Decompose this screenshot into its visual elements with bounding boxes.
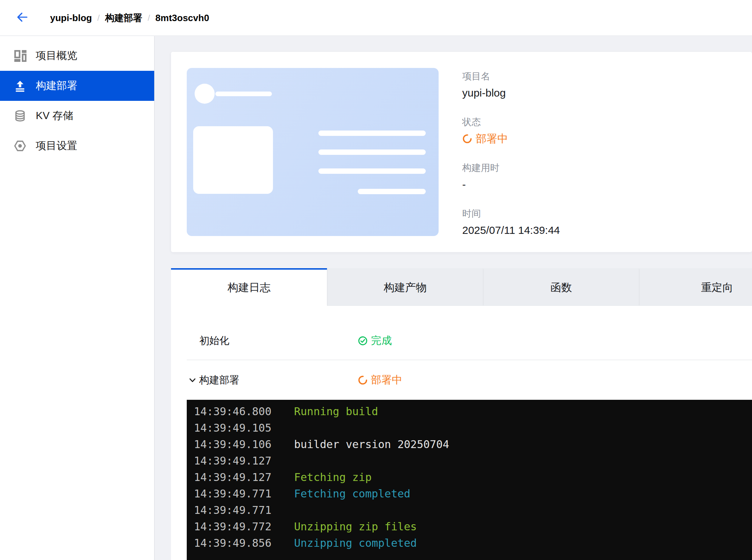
log-line: 14:39:46.800Running build	[194, 403, 752, 420]
log-timestamp: 14:39:49.771	[194, 486, 294, 502]
step-status-text: 部署中	[371, 373, 402, 387]
placeholder-avatar	[195, 84, 215, 104]
tab-build-log[interactable]: 构建日志	[171, 268, 327, 306]
log-line: 14:39:49.771Fetching completed	[194, 486, 752, 502]
field-label: 项目名	[462, 70, 560, 82]
breadcrumb-section[interactable]: 构建部署	[105, 12, 142, 24]
log-line: 14:39:49.105	[194, 420, 752, 436]
step-name: 初始化	[199, 333, 229, 349]
build-duration-value: -	[462, 177, 560, 192]
step-name: 构建部署	[199, 372, 239, 388]
build-step-deploy[interactable]: 构建部署 部署中	[171, 372, 752, 388]
log-message: Fetching completed	[294, 487, 410, 500]
log-timestamp: 14:39:49.771	[194, 502, 294, 519]
deployment-info-card: 项目名 yupi-blog 状态 部署中 构建用时 - 时间 2025/07/1…	[171, 52, 752, 252]
tab-bar: 构建日志 构建产物 函数 重定向	[171, 268, 752, 306]
check-circle-icon	[358, 336, 368, 346]
top-header: yupi-blog / 构建部署 / 8mt3oscvh0	[0, 0, 752, 36]
sidebar: 项目概览 构建部署 KV 存	[0, 36, 155, 560]
log-line: 14:39:49.856Unzipping completed	[194, 535, 752, 551]
row-divider	[187, 360, 752, 360]
sidebar-item-label: 项目概览	[36, 49, 77, 63]
log-message: Running build	[294, 405, 378, 418]
log-timestamp: 14:39:49.106	[194, 436, 294, 453]
breadcrumb-deployment-id: 8mt3oscvh0	[155, 13, 209, 24]
app-window: yupi-blog / 构建部署 / 8mt3oscvh0 项目概览	[0, 0, 752, 560]
log-message: Fetching zip	[294, 471, 372, 483]
placeholder-line	[318, 168, 426, 174]
breadcrumb: yupi-blog / 构建部署 / 8mt3oscvh0	[50, 0, 209, 36]
breadcrumb-project[interactable]: yupi-blog	[50, 13, 92, 24]
deployment-preview-placeholder	[187, 68, 439, 236]
sidebar-item-label: 项目设置	[36, 139, 77, 153]
sidebar-item-build-deploy[interactable]: 构建部署	[0, 71, 154, 101]
deployment-details: 项目名 yupi-blog 状态 部署中 构建用时 - 时间 2025/07/1…	[462, 70, 560, 253]
back-button[interactable]	[15, 10, 29, 24]
placeholder-line	[215, 92, 272, 96]
log-timestamp: 14:39:49.772	[194, 519, 294, 535]
placeholder-image-block	[193, 126, 273, 194]
tab-functions[interactable]: 函数	[483, 268, 639, 306]
field-build-duration: 构建用时 -	[462, 162, 560, 192]
field-time: 时间 2025/07/11 14:39:44	[462, 207, 560, 238]
placeholder-line	[358, 189, 426, 194]
log-timestamp: 14:39:49.127	[194, 469, 294, 486]
log-message: Unzipping completed	[294, 537, 417, 549]
log-timestamp: 14:39:49.127	[194, 453, 294, 469]
sidebar-item-project-settings[interactable]: 项目设置	[0, 131, 154, 161]
field-status: 状态 部署中	[462, 116, 560, 147]
sidebar-item-project-overview[interactable]: 项目概览	[0, 41, 154, 71]
tab-redirects[interactable]: 重定向	[639, 268, 752, 306]
step-status-running: 部署中	[358, 372, 402, 388]
log-message: Unzipping zip files	[294, 520, 417, 533]
log-line: 14:39:49.127Fetching zip	[194, 469, 752, 486]
settings-icon	[14, 139, 26, 152]
breadcrumb-separator: /	[148, 13, 150, 23]
field-label: 时间	[462, 207, 560, 220]
dashboard-icon	[14, 49, 26, 62]
database-icon	[14, 109, 26, 122]
build-step-init[interactable]: 初始化 完成	[171, 333, 752, 349]
field-project-name: 项目名 yupi-blog	[462, 70, 560, 101]
sidebar-item-label: KV 存储	[36, 109, 73, 123]
build-log-panel: 初始化 完成 构建部署 部署中 14:	[171, 306, 752, 560]
upload-icon	[14, 79, 26, 92]
log-timestamp: 14:39:46.800	[194, 403, 294, 420]
placeholder-line	[318, 131, 426, 136]
tab-build-artifacts[interactable]: 构建产物	[327, 268, 483, 306]
project-name-value: yupi-blog	[462, 85, 560, 101]
log-message: builder version 20250704	[294, 438, 449, 451]
spinner-icon	[462, 134, 472, 144]
step-status-text: 完成	[371, 334, 392, 348]
status-text: 部署中	[476, 131, 508, 147]
status-badge: 部署中	[462, 131, 560, 147]
placeholder-line	[318, 149, 426, 155]
field-label: 构建用时	[462, 162, 560, 174]
log-line: 14:39:49.127	[194, 453, 752, 469]
log-line: 14:39:49.106builder version 20250704	[194, 436, 752, 453]
build-log-terminal[interactable]: 14:39:46.800Running build 14:39:49.105 1…	[187, 400, 752, 560]
arrow-left-icon	[16, 11, 29, 23]
step-status-done: 完成	[358, 333, 392, 349]
chevron-down-icon[interactable]	[189, 376, 196, 384]
sidebar-item-label: 构建部署	[36, 79, 77, 93]
spinner-icon	[358, 375, 368, 385]
field-label: 状态	[462, 116, 560, 128]
sidebar-item-kv-storage[interactable]: KV 存储	[0, 101, 154, 131]
log-timestamp: 14:39:49.856	[194, 535, 294, 551]
log-line: 14:39:49.772Unzipping zip files	[194, 519, 752, 535]
log-line: 14:39:49.771	[194, 502, 752, 519]
breadcrumb-separator: /	[97, 13, 100, 23]
time-value: 2025/07/11 14:39:44	[462, 222, 560, 238]
log-timestamp: 14:39:49.105	[194, 420, 294, 436]
